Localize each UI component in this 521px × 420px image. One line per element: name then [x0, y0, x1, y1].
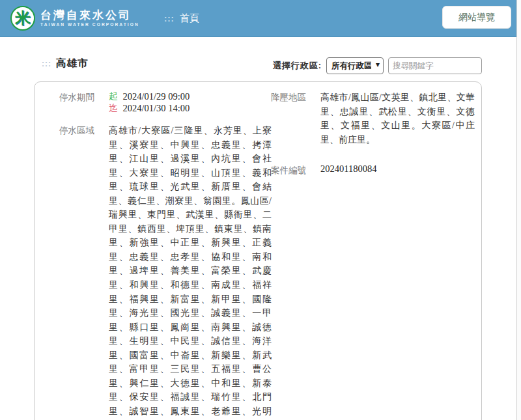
- period-start-prefix: 起: [109, 91, 118, 102]
- period-end-prefix: 迄: [109, 102, 118, 114]
- outage-area-row: 停水區域 高雄市/大寮區/三隆里、永芳里、上寮里、溪寮里、中興里、忠義里、拷潭里…: [59, 124, 271, 420]
- period-end-datetime: 2024/01/30 14:00: [123, 102, 190, 114]
- pressure-area-row: 降壓地區 高雄市/鳳山區/文英里、鎮北里、文華里、忠誠里、武松里、文衡里、文德里…: [271, 91, 475, 147]
- pressure-area-text: 高雄市/鳳山區/文英里、鎮北里、文華里、忠誠里、武松里、文衡里、文德里、文福里、…: [320, 91, 475, 147]
- period-start-datetime: 2024/01/29 09:00: [123, 91, 190, 102]
- filter-bar: 選擇行政區: 所有行政區 ▾: [273, 57, 482, 74]
- outage-area-label: 停水區域: [59, 124, 100, 137]
- district-select-label: 選擇行政區:: [273, 60, 322, 72]
- header-nav: ::: 首頁: [164, 12, 199, 25]
- case-number-row: 案件編號 202401180084: [271, 163, 475, 176]
- water-logo-glyph: 米: [15, 10, 31, 26]
- brand-name-zh: 台灣自來水公司: [40, 9, 139, 22]
- accessibility-anchor-icon: :::: [164, 14, 175, 23]
- outage-period-row: 停水期間 起 2024/01/29 09:00 迄 2024/01/30 14:…: [59, 91, 271, 114]
- vertical-scrollbar[interactable]: [516, 0, 521, 420]
- taiwan-water-logo[interactable]: 米 台灣自來水公司 TAIWAN WATER CORPORATION: [10, 6, 139, 31]
- pressure-area-label: 降壓地區: [271, 91, 311, 104]
- accessibility-anchor-icon: :::: [42, 59, 51, 68]
- page-title-row: ::: 高雄市: [42, 57, 89, 70]
- outage-area-text: 高雄市/大寮區/三隆里、永芳里、上寮里、溪寮里、中興里、忠義里、拷潭里、江山里、…: [109, 124, 272, 420]
- outage-period-value: 起 2024/01/29 09:00 迄 2024/01/30 14:00: [109, 91, 271, 114]
- outage-period-label: 停水期間: [59, 91, 100, 104]
- page-title: 高雄市: [56, 57, 89, 70]
- brand-name-en: TAIWAN WATER CORPORATION: [40, 22, 139, 27]
- case-number-value: 202401180084: [320, 163, 475, 175]
- app-header: 米 台灣自來水公司 TAIWAN WATER CORPORATION ::: 首…: [0, 0, 516, 37]
- water-logo-icon: 米: [10, 6, 35, 31]
- card-left-column: 停水期間 起 2024/01/29 09:00 迄 2024/01/30 14:…: [59, 91, 271, 420]
- outage-detail-card: 停水期間 起 2024/01/29 09:00 迄 2024/01/30 14:…: [34, 81, 482, 420]
- card-right-column: 降壓地區 高雄市/鳳山區/文英里、鎮北里、文華里、忠誠里、武松里、文衡里、文德里…: [271, 91, 475, 420]
- search-input[interactable]: [388, 57, 482, 74]
- sitemap-button[interactable]: 網站導覽: [442, 6, 511, 29]
- district-select[interactable]: 所有行政區: [326, 57, 384, 74]
- case-number-label: 案件編號: [271, 163, 311, 176]
- nav-home-link[interactable]: 首頁: [180, 12, 199, 25]
